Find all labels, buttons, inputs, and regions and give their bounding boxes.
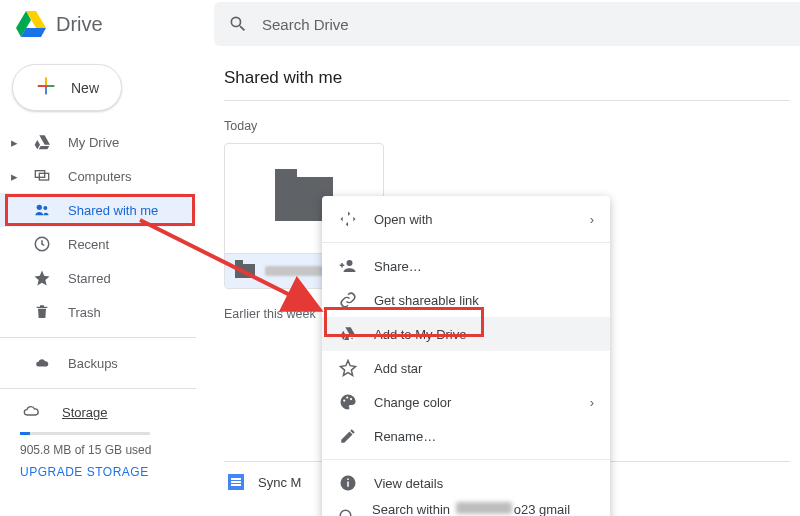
- menu-search-within[interactable]: Search within o23 gmail account: [322, 500, 610, 516]
- palette-icon: [338, 392, 358, 412]
- menu-label: Open with: [374, 212, 433, 227]
- menu-label: Add star: [374, 361, 422, 376]
- menu-divider: [322, 459, 610, 460]
- nav-shared-with-me[interactable]: Shared with me: [0, 193, 196, 227]
- person-add-icon: [338, 256, 358, 276]
- star-icon: [32, 268, 52, 288]
- svg-text:+: +: [350, 335, 353, 341]
- svg-point-16: [350, 398, 352, 400]
- nav-recent[interactable]: Recent: [0, 227, 214, 261]
- search-icon: [228, 14, 248, 34]
- trash-icon: [32, 302, 52, 322]
- menu-rename[interactable]: Rename…: [322, 419, 610, 453]
- menu-label: Share…: [374, 259, 422, 274]
- storage-label[interactable]: Storage: [62, 405, 108, 420]
- svg-rect-5: [45, 87, 47, 94]
- storage-meter: [20, 432, 150, 435]
- nav-my-drive[interactable]: ▸ My Drive: [0, 125, 214, 159]
- cloud-icon: [32, 353, 52, 373]
- people-icon: [32, 200, 52, 220]
- svg-rect-4: [47, 85, 54, 87]
- svg-rect-3: [45, 78, 47, 85]
- menu-add-to-drive[interactable]: + Add to My Drive: [322, 317, 610, 351]
- menu-share[interactable]: Share…: [322, 249, 610, 283]
- nav-label: Recent: [68, 237, 109, 252]
- nav-label: Backups: [68, 356, 118, 371]
- search-icon: [338, 507, 356, 516]
- shared-folder-icon: [235, 264, 255, 278]
- docs-icon: [228, 474, 244, 490]
- nav-label: Trash: [68, 305, 101, 320]
- clock-icon: [32, 234, 52, 254]
- star-outline-icon: [338, 358, 358, 378]
- product-name: Drive: [56, 13, 103, 36]
- caret-right-icon: ▸: [8, 135, 20, 150]
- nav-trash[interactable]: Trash: [0, 295, 214, 329]
- logo-area[interactable]: Drive: [0, 11, 214, 37]
- cloud-outline-icon: [20, 403, 42, 422]
- menu-label: View details: [374, 476, 443, 491]
- section-today: Today: [224, 119, 790, 133]
- svg-rect-19: [347, 479, 349, 481]
- computers-icon: [32, 166, 52, 186]
- nav-backups[interactable]: Backups: [0, 346, 214, 380]
- nav-computers[interactable]: ▸ Computers: [0, 159, 214, 193]
- menu-label: Add to My Drive: [374, 327, 466, 342]
- menu-label: Get shareable link: [374, 293, 479, 308]
- svg-point-8: [37, 205, 42, 210]
- menu-add-star[interactable]: Add star: [322, 351, 610, 385]
- menu-change-color[interactable]: Change color ›: [322, 385, 610, 419]
- drive-add-icon: +: [338, 324, 358, 344]
- plus-icon: [35, 75, 57, 100]
- search-placeholder: Search Drive: [262, 16, 349, 33]
- menu-label: Change color: [374, 395, 451, 410]
- svg-point-20: [340, 510, 351, 516]
- nav-label: Shared with me: [68, 203, 158, 218]
- menu-divider: [322, 242, 610, 243]
- file-name: Sync M: [258, 475, 301, 490]
- menu-label: Rename…: [374, 429, 436, 444]
- upgrade-storage-link[interactable]: UPGRADE STORAGE: [20, 465, 214, 479]
- link-icon: [338, 290, 358, 310]
- divider: [0, 388, 196, 389]
- nav-label: Computers: [68, 169, 132, 184]
- menu-view-details[interactable]: View details: [322, 466, 610, 500]
- storage-block: Storage 905.8 MB of 15 GB used UPGRADE S…: [0, 397, 214, 479]
- caret-right-icon: ▸: [8, 169, 20, 184]
- divider: [0, 337, 196, 338]
- new-button[interactable]: New: [12, 64, 122, 111]
- storage-usage-text: 905.8 MB of 15 GB used: [20, 443, 214, 457]
- context-menu: Open with › Share… Get shareable link + …: [322, 196, 610, 516]
- menu-open-with[interactable]: Open with ›: [322, 202, 610, 236]
- menu-shareable-link[interactable]: Get shareable link: [322, 283, 610, 317]
- svg-point-9: [43, 206, 47, 210]
- new-button-label: New: [71, 80, 99, 96]
- header: Drive Search Drive: [0, 0, 800, 48]
- drive-icon: [32, 132, 52, 152]
- rename-icon: [338, 426, 358, 446]
- svg-point-15: [346, 396, 348, 398]
- open-with-icon: [338, 209, 358, 229]
- svg-point-14: [343, 399, 345, 401]
- info-icon: [338, 473, 358, 493]
- svg-rect-18: [347, 482, 349, 487]
- page-title: Shared with me: [224, 52, 790, 101]
- nav-label: Starred: [68, 271, 111, 286]
- drive-logo-icon: [16, 11, 46, 37]
- nav-starred[interactable]: Starred: [0, 261, 214, 295]
- chevron-right-icon: ›: [590, 395, 594, 410]
- file-name-obscured: [265, 266, 325, 276]
- svg-point-11: [347, 260, 353, 266]
- search-bar[interactable]: Search Drive: [214, 2, 800, 46]
- chevron-right-icon: ›: [590, 212, 594, 227]
- nav-label: My Drive: [68, 135, 119, 150]
- menu-label: Search within o23 gmail account: [372, 502, 594, 516]
- sidebar: New ▸ My Drive ▸ Computers Shared with m…: [0, 48, 214, 479]
